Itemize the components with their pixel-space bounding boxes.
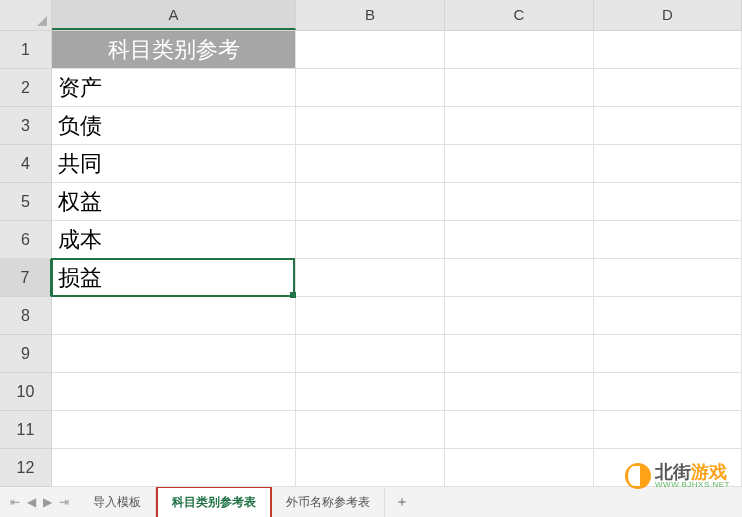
cell-d5[interactable] xyxy=(594,183,742,221)
cell-a4[interactable]: 共同 xyxy=(52,145,296,183)
spreadsheet: A B C D 1 2 3 4 5 6 7 8 9 10 11 12 科目类别参… xyxy=(0,0,742,486)
cell-d1[interactable] xyxy=(594,31,742,69)
row-header-6[interactable]: 6 xyxy=(0,221,52,259)
col-header-b[interactable]: B xyxy=(296,0,445,30)
cell-b4[interactable] xyxy=(296,145,445,183)
cell-d8[interactable] xyxy=(594,297,742,335)
cell-b6[interactable] xyxy=(296,221,445,259)
cell-d6[interactable] xyxy=(594,221,742,259)
cell-b9[interactable] xyxy=(296,335,445,373)
nav-last-icon[interactable]: ⇥ xyxy=(57,493,71,511)
cell-a6[interactable]: 成本 xyxy=(52,221,296,259)
nav-first-icon[interactable]: ⇤ xyxy=(8,493,22,511)
tab-category-reference[interactable]: 科目类别参考表 xyxy=(156,486,272,518)
cell-b7[interactable] xyxy=(296,259,445,297)
watermark: 北街游戏 WWW.BJHXS.NET xyxy=(625,463,730,489)
col-header-a[interactable]: A xyxy=(52,0,296,30)
col-header-d[interactable]: D xyxy=(594,0,742,30)
cell-a10[interactable] xyxy=(52,373,296,411)
tab-nav-arrows: ⇤ ◀ ▶ ⇥ xyxy=(8,493,71,511)
add-sheet-button[interactable]: ＋ xyxy=(385,487,419,517)
cell-d2[interactable] xyxy=(594,69,742,107)
row-header-8[interactable]: 8 xyxy=(0,297,52,335)
watermark-url: WWW.BJHXS.NET xyxy=(655,481,730,489)
row-header-2[interactable]: 2 xyxy=(0,69,52,107)
watermark-text: 北街游戏 WWW.BJHXS.NET xyxy=(655,463,730,489)
grid-body: 1 2 3 4 5 6 7 8 9 10 11 12 科目类别参考 资产 xyxy=(0,31,742,487)
watermark-title: 北街游戏 xyxy=(655,463,730,481)
row-header-10[interactable]: 10 xyxy=(0,373,52,411)
cell-b11[interactable] xyxy=(296,411,445,449)
cell-d4[interactable] xyxy=(594,145,742,183)
row-header-5[interactable]: 5 xyxy=(0,183,52,221)
cell-a1[interactable]: 科目类别参考 xyxy=(52,31,296,69)
row-header-4[interactable]: 4 xyxy=(0,145,52,183)
tab-import-template[interactable]: 导入模板 xyxy=(79,488,156,517)
cell-a3[interactable]: 负债 xyxy=(52,107,296,145)
cell-d9[interactable] xyxy=(594,335,742,373)
cell-b8[interactable] xyxy=(296,297,445,335)
watermark-logo-icon xyxy=(625,463,651,489)
cell-c11[interactable] xyxy=(445,411,594,449)
cell-d7[interactable] xyxy=(594,259,742,297)
cell-a12[interactable] xyxy=(52,449,296,487)
cell-c6[interactable] xyxy=(445,221,594,259)
row-header-3[interactable]: 3 xyxy=(0,107,52,145)
cell-c2[interactable] xyxy=(445,69,594,107)
cell-d3[interactable] xyxy=(594,107,742,145)
nav-prev-icon[interactable]: ◀ xyxy=(25,493,38,511)
cell-b5[interactable] xyxy=(296,183,445,221)
cell-d10[interactable] xyxy=(594,373,742,411)
cell-c3[interactable] xyxy=(445,107,594,145)
cell-d11[interactable] xyxy=(594,411,742,449)
cell-a5[interactable]: 权益 xyxy=(52,183,296,221)
row-header-12[interactable]: 12 xyxy=(0,449,52,487)
row-header-9[interactable]: 9 xyxy=(0,335,52,373)
cell-c9[interactable] xyxy=(445,335,594,373)
row-header-1[interactable]: 1 xyxy=(0,31,52,69)
col-header-c[interactable]: C xyxy=(445,0,594,30)
cell-a7[interactable]: 损益 xyxy=(52,259,296,297)
select-all-corner[interactable] xyxy=(0,0,52,30)
cell-a8[interactable] xyxy=(52,297,296,335)
cell-c8[interactable] xyxy=(445,297,594,335)
cell-c12[interactable] xyxy=(445,449,594,487)
cell-b12[interactable] xyxy=(296,449,445,487)
sheet-tab-bar: ⇤ ◀ ▶ ⇥ 导入模板 科目类别参考表 外币名称参考表 ＋ xyxy=(0,486,742,517)
cell-a9[interactable] xyxy=(52,335,296,373)
nav-next-icon[interactable]: ▶ xyxy=(41,493,54,511)
cell-c4[interactable] xyxy=(445,145,594,183)
column-headers: A B C D xyxy=(0,0,742,31)
cell-c5[interactable] xyxy=(445,183,594,221)
cell-b10[interactable] xyxy=(296,373,445,411)
cell-c1[interactable] xyxy=(445,31,594,69)
row-headers: 1 2 3 4 5 6 7 8 9 10 11 12 xyxy=(0,31,52,487)
cell-b1[interactable] xyxy=(296,31,445,69)
row-header-11[interactable]: 11 xyxy=(0,411,52,449)
tab-currency-reference[interactable]: 外币名称参考表 xyxy=(272,488,385,517)
cell-a2[interactable]: 资产 xyxy=(52,69,296,107)
row-header-7[interactable]: 7 xyxy=(0,259,52,297)
cells-area[interactable]: 科目类别参考 资产 负债 共同 xyxy=(52,31,742,487)
cell-c10[interactable] xyxy=(445,373,594,411)
cell-a11[interactable] xyxy=(52,411,296,449)
cell-b3[interactable] xyxy=(296,107,445,145)
cell-c7[interactable] xyxy=(445,259,594,297)
cell-b2[interactable] xyxy=(296,69,445,107)
